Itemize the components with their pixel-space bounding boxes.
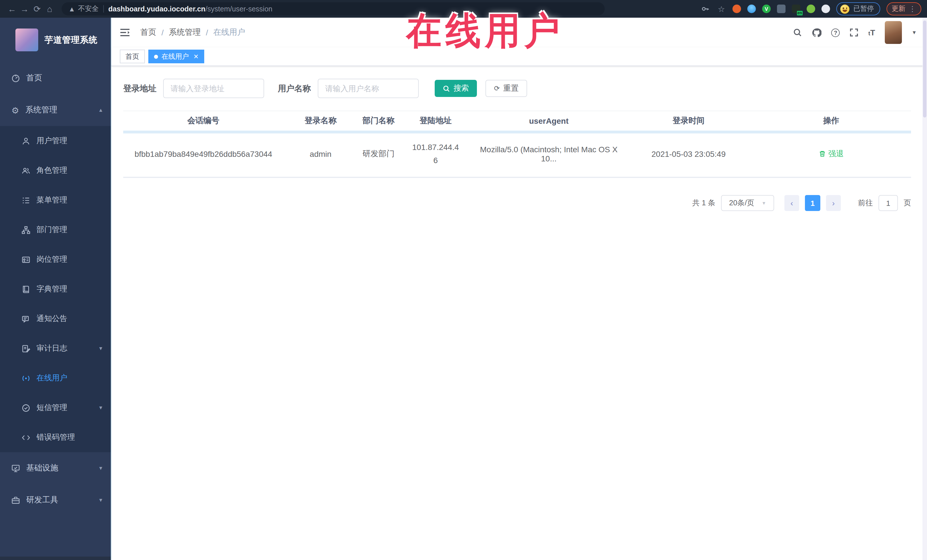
col-login-name: 登录名称 xyxy=(284,111,358,132)
user-session-table: 会话编号 登录名称 部门名称 登陆地址 userAgent 登录时间 操作 bf… xyxy=(123,111,911,178)
close-icon[interactable]: ✕ xyxy=(193,53,199,60)
sidebar-item-sms-management[interactable]: 短信管理 ▼ xyxy=(0,393,111,423)
sidebar-item-post-management[interactable]: 岗位管理 xyxy=(0,244,111,274)
app-logo[interactable]: 芋道管理系统 xyxy=(0,18,111,62)
cell-dept-name: 研发部门 xyxy=(358,132,399,178)
fullscreen-icon[interactable] xyxy=(849,28,859,37)
chevron-down-icon: ▼ xyxy=(98,465,103,471)
clipboard-pen-icon xyxy=(22,344,30,353)
sidebar-item-dict-management[interactable]: 字典管理 xyxy=(0,274,111,304)
reload-icon[interactable]: ⟳ xyxy=(31,4,43,14)
scrollbar-thumb[interactable] xyxy=(923,21,926,117)
omnibox-divider xyxy=(103,5,104,12)
online-signal-icon xyxy=(22,374,30,382)
username-label: 用户名称 xyxy=(278,83,311,94)
kebab-menu-icon[interactable]: ⋮ xyxy=(909,5,916,13)
sidebar-item-label: 用户管理 xyxy=(36,136,67,146)
sidebar-item-system[interactable]: ⚙ 系统管理 ▲ xyxy=(0,94,111,126)
sidebar-item-audit-log[interactable]: 审计日志 ▼ xyxy=(0,334,111,363)
tag-home[interactable]: 首页 xyxy=(120,50,145,63)
help-icon[interactable]: ? xyxy=(831,28,840,37)
warning-icon: ▲ xyxy=(68,5,75,13)
forward-icon[interactable]: → xyxy=(18,4,31,14)
breadcrumb-online-user: 在线用户 xyxy=(213,27,245,38)
sidebar-item-label: 短信管理 xyxy=(36,403,67,413)
cell-login-time: 2021-05-03 23:05:49 xyxy=(626,132,751,178)
hamburger-icon[interactable] xyxy=(120,28,130,37)
org-tree-icon xyxy=(22,226,30,234)
sidebar-item-online-user[interactable]: 在线用户 xyxy=(0,363,111,393)
sidebar-item-home[interactable]: 首页 xyxy=(0,62,111,94)
sidebar-item-dept-management[interactable]: 部门管理 xyxy=(0,215,111,244)
page-scrollbar[interactable] xyxy=(922,18,927,560)
profile-paused-badge[interactable]: 已暂停 xyxy=(836,2,880,15)
search-button[interactable]: 搜索 xyxy=(435,80,477,97)
sidebar-item-notice[interactable]: 通知公告 xyxy=(0,304,111,334)
github-icon[interactable] xyxy=(812,28,821,37)
home-icon[interactable]: ⌂ xyxy=(43,4,56,14)
cell-actions: 强退 xyxy=(751,132,911,178)
table-row: bfbb1ab79ba849e49fb26ddb56a73044 admin 研… xyxy=(123,132,911,178)
sidebar-item-label: 菜单管理 xyxy=(36,195,67,205)
search-button-label: 搜索 xyxy=(453,83,469,94)
username-input[interactable] xyxy=(318,79,419,98)
bookmark-star-icon[interactable]: ☆ xyxy=(716,4,726,14)
goto-page-input[interactable] xyxy=(878,195,898,211)
not-secure-label: 不安全 xyxy=(78,4,99,14)
sidebar-item-dev-tools[interactable]: 研发工具 ▼ xyxy=(0,484,111,516)
col-session-id: 会话编号 xyxy=(123,111,284,132)
key-icon[interactable] xyxy=(701,4,710,14)
page-size-select[interactable]: 20条/页 ▼ xyxy=(721,195,774,211)
extension-icon-gray[interactable] xyxy=(777,5,786,13)
chrome-update-button[interactable]: 更新 ⋮ xyxy=(886,2,921,15)
reset-button[interactable]: ⟳ 重置 xyxy=(485,80,527,97)
search-icon xyxy=(443,85,450,92)
search-icon[interactable] xyxy=(793,28,802,37)
force-logout-label: 强退 xyxy=(828,149,844,159)
sidebar-item-label: 岗位管理 xyxy=(36,254,67,265)
avatar-caret-icon[interactable]: ▼ xyxy=(912,30,917,35)
system-submenu: 用户管理 角色管理 菜单管理 部门管理 岗位管理 xyxy=(0,126,111,452)
sidebar-item-infrastructure[interactable]: 基础设施 ▼ xyxy=(0,452,111,484)
page-number-1[interactable]: 1 xyxy=(805,195,820,211)
sidebar-item-label: 在线用户 xyxy=(36,373,67,383)
force-logout-button[interactable]: 强退 xyxy=(819,149,844,159)
active-dot xyxy=(154,55,158,58)
col-login-time: 登录时间 xyxy=(626,111,751,132)
sidebar-item-menu-management[interactable]: 菜单管理 xyxy=(0,185,111,215)
next-page-button[interactable]: › xyxy=(826,195,841,211)
en-badge: en xyxy=(797,11,802,15)
url-text[interactable]: dashboard.yudao.iocoder.cn/system/user-s… xyxy=(108,5,272,13)
breadcrumb: 首页 / 系统管理 / 在线用户 xyxy=(140,27,245,38)
gear-icon: ⚙ xyxy=(11,106,19,114)
extension-icon-green-search[interactable] xyxy=(807,5,815,13)
back-icon[interactable]: ← xyxy=(6,4,18,14)
tag-label: 在线用户 xyxy=(161,52,189,61)
avatar[interactable] xyxy=(885,21,902,44)
not-secure-badge[interactable]: ▲ 不安全 xyxy=(68,4,99,14)
filter-form: 登录地址 用户名称 搜索 ⟳ 重置 xyxy=(123,79,911,98)
breadcrumb-system[interactable]: 系统管理 xyxy=(169,27,201,38)
users-icon xyxy=(22,166,30,175)
extension-icon-green-v[interactable]: V xyxy=(762,5,771,13)
sidebar-item-label: 审计日志 xyxy=(36,343,67,354)
sidebar-item-label: 首页 xyxy=(26,73,42,83)
total-count: 共 1 条 xyxy=(692,198,715,208)
prev-page-button[interactable]: ‹ xyxy=(784,195,799,211)
emoji-avatar-icon xyxy=(840,4,849,14)
address-input[interactable] xyxy=(163,79,264,98)
breadcrumb-home[interactable]: 首页 xyxy=(140,27,156,38)
url-host: dashboard.yudao.iocoder.cn xyxy=(108,5,205,13)
sidebar-item-role-management[interactable]: 角色管理 xyxy=(0,156,111,185)
table-header-row: 会话编号 登录名称 部门名称 登陆地址 userAgent 登录时间 操作 xyxy=(123,111,911,132)
font-size-icon[interactable]: tT xyxy=(868,28,875,37)
extension-icon-translate[interactable]: en xyxy=(792,5,800,13)
extension-icon-orange[interactable] xyxy=(732,5,741,13)
extension-icon-flower[interactable] xyxy=(821,5,830,13)
page-size-value: 20条/页 xyxy=(729,198,754,208)
sidebar-item-error-code[interactable]: 错误码管理 xyxy=(0,423,111,452)
extension-icon-blue-drop[interactable] xyxy=(747,5,756,13)
annotation-title: 在线用户 xyxy=(406,5,564,56)
sidebar-item-user-management[interactable]: 用户管理 xyxy=(0,126,111,156)
tag-online-user[interactable]: 在线用户 ✕ xyxy=(148,50,204,63)
